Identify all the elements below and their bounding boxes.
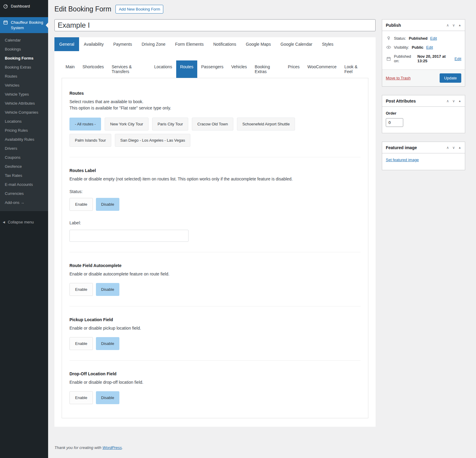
metabox-handle-actions: ∧ ∨ ▲ [447, 23, 462, 27]
published-on-value: Nov 20, 2017 at 13:25 [417, 54, 452, 63]
sidebar-item-bookings[interactable]: Bookings [0, 45, 48, 54]
subtab-passengers[interactable]: Passengers [197, 60, 227, 78]
move-up-icon[interactable]: ∧ [447, 99, 449, 103]
section-heading: Routes Label [69, 168, 361, 173]
dropoff-disable-button[interactable]: Disable [96, 391, 119, 404]
route-option-palm-islands-tour[interactable]: Palm Islands Tour [69, 134, 111, 147]
routes-label-disable-button[interactable]: Disable [96, 198, 119, 211]
subtab-prices[interactable]: Prices [284, 60, 303, 78]
tab-google-calendar[interactable]: Google Calendar [276, 37, 317, 51]
edit-status-link[interactable]: Edit [430, 36, 437, 41]
sidebar-item-email-accounts[interactable]: E-mail Accounts [0, 180, 48, 189]
collapse-toggle-icon[interactable]: ▲ [458, 146, 461, 149]
publish-major-actions: Move to Trash Update [382, 69, 465, 86]
section-description: Enable or disable drop-off location fiel… [69, 380, 361, 385]
autocomplete-disable-button[interactable]: Disable [96, 283, 119, 296]
routes-label-enable-button[interactable]: Enable [69, 198, 93, 211]
sidebar-item-availability-rules[interactable]: Availability Rules [0, 135, 48, 144]
status-label: Status: [394, 36, 406, 41]
routes-label-input[interactable] [69, 230, 189, 242]
pickup-disable-button[interactable]: Disable [96, 337, 119, 350]
sidebar-item-pricing-rules[interactable]: Pricing Rules [0, 126, 48, 135]
section-heading: Drop-Off Location Field [69, 371, 361, 376]
move-up-icon[interactable]: ∧ [447, 23, 449, 27]
autocomplete-enable-button[interactable]: Enable [69, 283, 93, 296]
sidebar-item-vehicles[interactable]: Vehicles [0, 81, 48, 90]
tab-payments[interactable]: Payments [109, 37, 137, 51]
route-option-schoenefeld-airport-shuttle[interactable]: Schoenefeld Airport Shuttle [237, 118, 295, 131]
wordpress-link[interactable]: WordPress [103, 445, 122, 450]
metabox-handle-actions: ∧ ∨ ▲ [447, 99, 462, 103]
sidebar-item-chauffeur-booking-system[interactable]: Chauffeur Booking System [0, 17, 48, 33]
route-option-paris-city-tour[interactable]: Paris City Tour [152, 118, 188, 131]
sidebar-item-vehicle-companies[interactable]: Vehicle Companies [0, 108, 48, 117]
subtab-vehicles[interactable]: Vehicles [227, 60, 251, 78]
featured-image-body: Set featured image [382, 153, 465, 170]
section-description: This option is available for "Flat rate"… [69, 106, 361, 110]
edit-visibility-link[interactable]: Edit [426, 45, 433, 50]
visibility-label: Visibility: [394, 45, 409, 50]
sidebar-item-calendar[interactable]: Calendar [0, 35, 48, 45]
admin-content-area: Edit Booking Form Add New Booking Form G… [48, 0, 476, 458]
collapse-toggle-icon[interactable]: ▲ [458, 24, 461, 27]
featured-image-metabox-header: Featured image ∧ ∨ ▲ [382, 142, 465, 153]
route-option-cracow-old-town[interactable]: Cracow Old Town [192, 118, 233, 131]
section-heading: Routes [69, 91, 361, 96]
tab-form-elements[interactable]: Form Elements [170, 37, 208, 51]
order-input[interactable] [386, 118, 403, 127]
subtab-look-feel[interactable]: Look & Feel [340, 60, 368, 78]
sidebar-item-booking-extras[interactable]: Booking Extras [0, 63, 48, 72]
subtab-services-transfers[interactable]: Services & Transfers [108, 60, 150, 78]
set-featured-image-link[interactable]: Set featured image [386, 158, 419, 162]
tab-general[interactable]: General [54, 37, 79, 51]
booking-form-title-input[interactable] [54, 19, 376, 31]
sidebar-item-drivers[interactable]: Drivers [0, 144, 48, 153]
route-option-san-diego-los-angeles-las-vegas[interactable]: San Diego - Los Angeles - Las Vegas [115, 134, 190, 147]
collapse-toggle-icon[interactable]: ▲ [458, 100, 461, 103]
sidebar-item-currencies[interactable]: Currencies [0, 189, 48, 198]
routes-label-status-toggle: Enable Disable [69, 198, 361, 211]
tab-google-maps[interactable]: Google Maps [241, 37, 276, 51]
booking-form-editor-card: General Availability Payments Driving Zo… [54, 37, 376, 427]
subtab-routes[interactable]: Routes [176, 60, 197, 78]
update-button[interactable]: Update [440, 73, 461, 83]
add-new-booking-form-button[interactable]: Add New Booking Form [115, 5, 163, 14]
active-menu-notch [46, 23, 48, 28]
move-down-icon[interactable]: ∨ [452, 99, 455, 103]
sidebar-item-tax-rates[interactable]: Tax Rates [0, 171, 48, 180]
subtab-woocommerce[interactable]: WooCommerce [303, 60, 340, 78]
subtab-main[interactable]: Main [62, 60, 78, 78]
publish-metabox-header: Publish ∧ ∨ ▲ [382, 20, 465, 31]
status-pin-icon [386, 36, 391, 41]
edit-published-date-link[interactable]: Edit [455, 57, 461, 61]
subtab-booking-extras[interactable]: Booking Extras [251, 60, 284, 78]
tab-styles[interactable]: Styles [317, 37, 338, 51]
sidebar-item-coupons[interactable]: Coupons [0, 153, 48, 162]
sidebar-item-geofence[interactable]: Geofence [0, 162, 48, 171]
sidebar-item-routes[interactable]: Routes [0, 72, 48, 81]
tab-driving-zone[interactable]: Driving Zone [137, 37, 170, 51]
visibility-row: Visibility: Public Edit [386, 43, 461, 52]
move-up-icon[interactable]: ∧ [447, 146, 449, 149]
move-down-icon[interactable]: ∨ [452, 23, 455, 27]
collapse-menu-button[interactable]: ◀ Collapse menu [0, 217, 48, 228]
route-option-new-york-city-tour[interactable]: New York City Tour [105, 118, 149, 131]
subtab-shortcodes[interactable]: Shortcodes [78, 60, 108, 78]
subtab-locations[interactable]: Locations [150, 60, 176, 78]
route-field-autocomplete-section: Route Field Autocomplete Enable or disab… [69, 263, 361, 296]
pickup-enable-button[interactable]: Enable [69, 337, 93, 350]
pickup-toggle: Enable Disable [69, 337, 361, 350]
move-down-icon[interactable]: ∨ [452, 146, 455, 149]
dashboard-icon [3, 4, 8, 9]
sidebar-item-add-ons[interactable]: Add-ons → [0, 198, 48, 207]
sidebar-item-locations[interactable]: Locations [0, 117, 48, 126]
sidebar-item-booking-forms[interactable]: Booking Forms [0, 54, 48, 63]
move-to-trash-link[interactable]: Move to Trash [386, 76, 410, 80]
tab-availability[interactable]: Availability [79, 37, 109, 51]
sidebar-item-vehicle-attributes[interactable]: Vehicle Attributes [0, 99, 48, 108]
dropoff-enable-button[interactable]: Enable [69, 391, 93, 404]
sidebar-item-vehicle-types[interactable]: Vehicle Types [0, 90, 48, 99]
route-option-all-routes[interactable]: - All routes - [69, 118, 101, 131]
sidebar-item-dashboard[interactable]: Dashboard [0, 0, 48, 12]
tab-notifications[interactable]: Notifications [208, 37, 241, 51]
